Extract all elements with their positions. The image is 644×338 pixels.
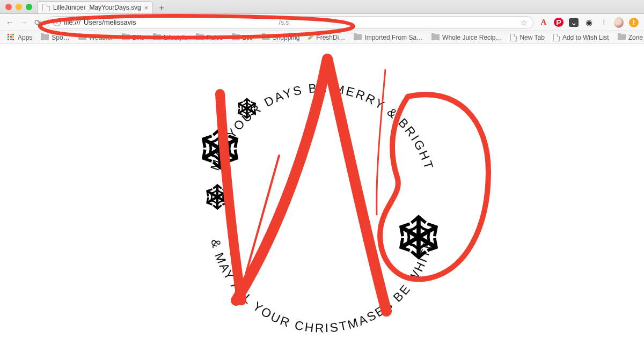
snowflake-icon [397, 217, 440, 258]
apps-label: Apps [18, 34, 32, 41]
folder-icon [153, 34, 161, 40]
bookmark-folder[interactable]: BJJ [229, 33, 257, 42]
bookmark-folder[interactable]: Paleo [193, 33, 226, 42]
bookmark-star-icon[interactable]: ☆ [521, 18, 528, 27]
page-icon [553, 34, 560, 41]
browser-toolbar: ← → ⟳ i file:///Users/melissavis /s.s ☆ … [0, 14, 644, 31]
folder-icon [41, 34, 49, 40]
extension-a-icon[interactable]: A [539, 18, 548, 27]
back-button[interactable]: ← [5, 18, 14, 27]
bookmarks-bar: Apps Spo… Weather Bills Lifestyle Paleo … [0, 31, 644, 44]
file-icon [42, 4, 50, 11]
site-info-icon[interactable]: i [53, 19, 61, 26]
bookmark-folder[interactable]: Spo… [38, 33, 72, 42]
profile-avatar[interactable] [614, 17, 624, 28]
url-path: Users/melissavis [84, 18, 136, 26]
folder-icon [196, 34, 204, 40]
bookmark-folder[interactable]: Imported From Sa… [350, 33, 426, 42]
window-controls [5, 4, 32, 10]
zoom-window-button[interactable] [26, 4, 32, 10]
bookmark-folder[interactable]: Bills [119, 33, 148, 42]
folder-icon [78, 34, 86, 40]
apps-shortcut[interactable]: Apps [4, 33, 35, 42]
forward-button[interactable]: → [19, 18, 28, 27]
top-arc-text: MAY YOUR DAYS BE MERRY & BRIGHT [208, 81, 436, 172]
facebook-icon[interactable]: f [599, 18, 609, 27]
bookmark-folder[interactable]: Shopping [259, 33, 303, 42]
tab-strip: LilleJuniper_MayYourDays.svg × + [0, 0, 644, 14]
bookmark-folder[interactable]: Weather [75, 33, 116, 42]
address-bar[interactable]: i file:///Users/melissavis /s.s ☆ [47, 16, 533, 29]
snowflake-icon [205, 185, 230, 209]
folder-icon [262, 34, 270, 40]
bookmark-folder[interactable]: Whole Juice Recip… [428, 33, 505, 42]
folder-icon [232, 34, 240, 40]
url-truncated: /s.s [279, 19, 289, 26]
page-icon [510, 34, 517, 41]
folder-icon [122, 34, 130, 40]
bookmark-page[interactable]: Add to Wish List [550, 33, 612, 42]
folder-icon [354, 34, 362, 40]
page-viewport: MAY YOUR DAYS BE MERRY & BRIGHT & MAY AL… [0, 44, 644, 338]
url-scheme: file:/// [64, 18, 80, 26]
bookmark-folder[interactable]: Zone [614, 33, 644, 42]
tab-title: LilleJuniper_MayYourDays.svg [53, 4, 141, 11]
minimize-window-button[interactable] [16, 4, 22, 10]
bookmark-page[interactable]: New Tab [507, 33, 547, 42]
apps-grid-icon [8, 34, 15, 41]
bottom-arc-text: & MAY ALL YOUR CHRISTMASES BE WHITE [208, 238, 435, 335]
extension-icons: A P ⌄ ◉ f ! [539, 17, 639, 28]
camera-extension-icon[interactable]: ◉ [584, 18, 594, 27]
alert-badge-icon[interactable]: ! [629, 18, 639, 27]
svg-image: MAY YOUR DAYS BE MERRY & BRIGHT & MAY AL… [172, 44, 472, 338]
folder-icon [431, 34, 440, 40]
bookmark-folder[interactable]: Lifestyle [150, 33, 191, 42]
save-extension-icon[interactable]: ⌄ [569, 18, 579, 27]
close-tab-button[interactable]: × [144, 4, 149, 12]
freshdirect-icon: ␥ [308, 34, 313, 41]
folder-icon [618, 34, 626, 40]
close-window-button[interactable] [5, 4, 12, 10]
bookmark-site[interactable]: ␥FreshDi… [305, 33, 348, 42]
new-tab-button[interactable]: + [155, 3, 168, 13]
browser-tab[interactable]: LilleJuniper_MayYourDays.svg × [38, 1, 153, 13]
reload-button[interactable]: ⟳ [33, 18, 42, 27]
pinterest-icon[interactable]: P [554, 18, 564, 27]
